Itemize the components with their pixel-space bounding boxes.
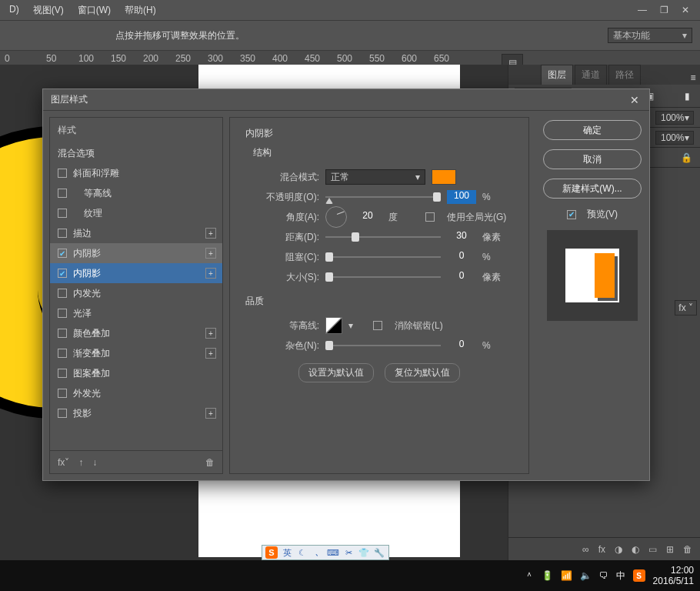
contour-picker[interactable] [325, 317, 342, 334]
size-value[interactable]: 0 [447, 270, 476, 284]
preview-toggle[interactable]: 预览(V) [567, 208, 618, 221]
style-checkbox[interactable] [58, 389, 67, 398]
size-slider[interactable] [325, 272, 441, 282]
style-row-1[interactable]: 等高线 [50, 183, 222, 203]
style-checkbox[interactable] [58, 289, 67, 298]
move-up-icon[interactable]: ↑ [78, 457, 83, 468]
style-row-3[interactable]: 描边+ [50, 223, 222, 243]
noise-slider[interactable] [325, 340, 441, 351]
style-checkbox[interactable] [58, 349, 67, 358]
noise-value[interactable]: 0 [447, 339, 476, 352]
add-effect-button[interactable]: + [205, 248, 216, 259]
mask-icon[interactable]: ◑ [615, 544, 622, 555]
style-row-12[interactable]: 投影+ [50, 403, 222, 423]
make-default-button[interactable]: 设置为默认值 [298, 363, 374, 382]
new-layer-icon[interactable]: ⊞ [666, 544, 674, 555]
style-row-0[interactable]: 斜面和浮雕 [50, 163, 222, 183]
style-row-4[interactable]: 内阴影+ [50, 243, 222, 263]
styles-header[interactable]: 样式 [50, 118, 222, 143]
ime-wrench-icon[interactable]: 🔧 [373, 546, 385, 559]
minimize-button[interactable]: — [632, 3, 652, 17]
angle-dial[interactable] [325, 206, 347, 228]
style-checkbox[interactable] [58, 189, 67, 198]
choke-slider[interactable] [325, 252, 441, 262]
blending-options-row[interactable]: 混合选项 [50, 143, 222, 163]
battery-icon[interactable]: 🔋 [542, 570, 553, 581]
angle-value[interactable]: 20 [353, 210, 382, 224]
trash-icon[interactable]: 🗑 [205, 457, 215, 468]
style-row-7[interactable]: 光泽 [50, 303, 222, 323]
trash-icon[interactable]: 🗑 [683, 544, 692, 555]
distance-value[interactable]: 30 [447, 230, 476, 244]
add-effect-button[interactable]: + [205, 268, 216, 279]
style-row-8[interactable]: 颜色叠加+ [50, 323, 222, 343]
menu-d[interactable]: D) [5, 2, 24, 18]
ime-moon-icon[interactable]: ☾ [296, 546, 308, 559]
opacity-slider[interactable] [325, 192, 441, 202]
filter-toggle[interactable]: ▮ [680, 89, 694, 103]
add-effect-button[interactable]: + [205, 228, 216, 239]
opacity-value[interactable]: 100%▾ [655, 111, 694, 125]
fx-icon[interactable]: fx [598, 544, 605, 555]
sogou-tray-icon[interactable]: S [633, 569, 645, 582]
adjustment-icon[interactable]: ◐ [632, 544, 639, 555]
fx-menu-icon[interactable]: fx˅ [58, 457, 69, 468]
style-checkbox[interactable] [58, 329, 67, 338]
style-checkbox[interactable] [58, 269, 67, 278]
maximize-button[interactable]: ❐ [654, 3, 674, 17]
style-row-5[interactable]: 内阴影+ [50, 263, 222, 283]
blend-mode-dropdown[interactable]: 正常▾ [325, 169, 425, 185]
ok-button[interactable]: 确定 [543, 120, 642, 140]
tab-channels[interactable]: 通道 [575, 65, 607, 85]
ime-lang[interactable]: 英 [281, 546, 293, 559]
lock-icon[interactable]: 🔒 [681, 152, 692, 163]
style-checkbox[interactable] [58, 169, 67, 178]
panel-menu-icon[interactable]: ≡ [686, 71, 700, 85]
add-effect-button[interactable]: + [205, 328, 216, 339]
menu-view[interactable]: 视图(V) [28, 2, 68, 18]
add-effect-button[interactable]: + [205, 408, 216, 419]
tab-paths[interactable]: 路径 [608, 65, 641, 85]
wifi-icon[interactable]: 📶 [561, 570, 572, 581]
move-down-icon[interactable]: ↓ [92, 457, 97, 468]
ime-scissors-icon[interactable]: ✂ [342, 546, 355, 559]
style-checkbox[interactable] [58, 409, 67, 418]
style-checkbox[interactable] [58, 249, 67, 258]
reset-default-button[interactable]: 复位为默认值 [385, 363, 460, 382]
global-light-checkbox[interactable] [425, 212, 435, 222]
ime-skin-icon[interactable]: 👕 [358, 546, 370, 559]
style-row-9[interactable]: 渐变叠加+ [50, 343, 222, 363]
antialias-checkbox[interactable] [373, 321, 382, 330]
fx-indicator[interactable]: fx ˅ [675, 300, 697, 316]
tray-overflow-icon[interactable]: ＾ [525, 569, 534, 583]
link-icon[interactable]: ∞ [582, 544, 589, 555]
opacity-value[interactable]: 100 [447, 190, 476, 204]
add-effect-button[interactable]: + [205, 348, 216, 359]
color-swatch[interactable] [432, 169, 456, 185]
style-checkbox[interactable] [58, 369, 67, 378]
style-row-11[interactable]: 外发光 [50, 383, 222, 403]
dialog-close-button[interactable]: ✕ [628, 93, 642, 107]
ime-indicator[interactable]: 中 [616, 569, 625, 583]
distance-slider[interactable] [325, 232, 441, 242]
notification-icon[interactable]: 🗨 [599, 570, 608, 581]
choke-value[interactable]: 0 [447, 250, 476, 264]
new-style-button[interactable]: 新建样式(W)... [543, 179, 642, 199]
ime-keyboard-icon[interactable]: ⌨ [327, 546, 339, 559]
fill-value[interactable]: 100%▾ [655, 131, 694, 145]
ime-punct-icon[interactable]: ､ [312, 546, 324, 559]
ime-sogou-icon[interactable]: S [265, 546, 278, 559]
style-checkbox[interactable] [58, 229, 67, 238]
dialog-titlebar[interactable]: 图层样式 ✕ [43, 89, 649, 111]
style-checkbox[interactable] [58, 209, 67, 218]
workspace-dropdown[interactable]: 基本功能▾ [608, 28, 692, 43]
menu-window[interactable]: 窗口(W) [73, 2, 115, 18]
group-icon[interactable]: ▭ [648, 544, 657, 555]
style-checkbox[interactable] [58, 309, 67, 318]
preview-checkbox[interactable] [567, 210, 576, 219]
tab-layers[interactable]: 图层 [541, 65, 573, 85]
ime-bar[interactable]: S 英 ☾ ､ ⌨ ✂ 👕 🔧 [262, 545, 389, 560]
style-row-6[interactable]: 内发光 [50, 283, 222, 303]
style-row-10[interactable]: 图案叠加 [50, 363, 222, 383]
volume-icon[interactable]: 🔈 [580, 570, 592, 581]
